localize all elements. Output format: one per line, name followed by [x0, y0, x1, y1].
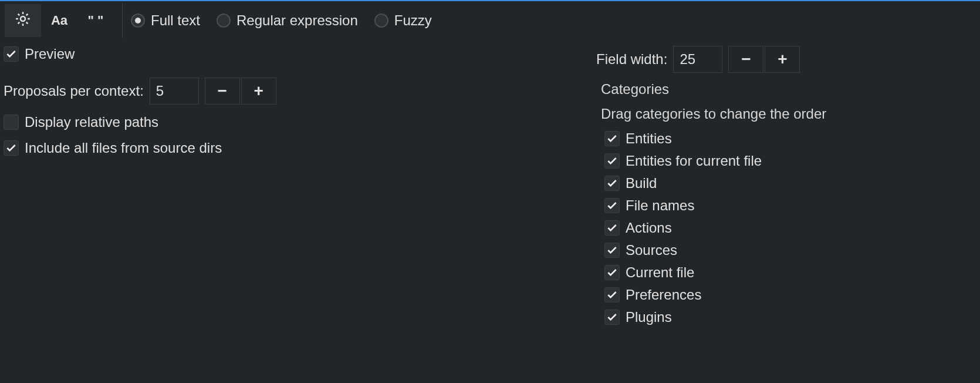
category-label: Preferences [626, 287, 701, 303]
category-checkbox[interactable] [604, 220, 620, 236]
tab-font[interactable]: Aa [41, 4, 77, 37]
preview-row: Preview [4, 46, 596, 62]
category-label: File names [626, 197, 694, 214]
plus-icon: + [778, 50, 787, 69]
category-label: Sources [626, 242, 677, 258]
category-row[interactable]: Plugins [604, 309, 980, 325]
minus-icon: − [218, 82, 227, 100]
radio-fulltext[interactable]: Full text [131, 12, 200, 29]
svg-point-0 [21, 16, 25, 21]
radio-indicator [374, 14, 388, 28]
category-row[interactable]: Actions [604, 220, 980, 236]
field-width-stepper: − + [728, 46, 800, 73]
proposals-stepper: − + [205, 78, 276, 105]
radio-indicator [217, 14, 231, 28]
field-width-label: Field width: [596, 51, 667, 68]
categories-title: Categories [601, 81, 980, 98]
category-checkbox[interactable] [604, 176, 620, 191]
quotes-icon: " " [88, 13, 104, 28]
category-label: Entities for current file [626, 153, 762, 169]
category-row[interactable]: Current file [604, 264, 980, 281]
category-label: Build [626, 175, 657, 192]
category-row[interactable]: Entities for current file [604, 153, 980, 169]
preview-checkbox[interactable] [4, 46, 19, 62]
category-checkbox[interactable] [604, 198, 620, 213]
plus-icon: + [254, 82, 263, 100]
relative-paths-label: Display relative paths [25, 114, 158, 130]
proposals-label: Proposals per context: [4, 83, 144, 99]
category-checkbox[interactable] [604, 153, 620, 169]
left-column: Preview Proposals per context: 5 − + Dis… [4, 46, 596, 325]
categories-hint: Drag categories to change the order [601, 106, 980, 122]
category-checkbox[interactable] [604, 310, 620, 325]
radio-regex-label: Regular expression [236, 12, 358, 29]
minus-icon: − [741, 50, 751, 69]
radio-indicator [131, 14, 145, 28]
aa-icon: Aa [51, 13, 67, 28]
relative-paths-checkbox[interactable] [4, 115, 19, 130]
field-width-decrement[interactable]: − [728, 46, 763, 73]
radio-regex[interactable]: Regular expression [217, 12, 358, 29]
proposals-input[interactable]: 5 [150, 78, 199, 105]
category-label: Plugins [626, 309, 672, 325]
category-row[interactable]: Build [604, 175, 980, 192]
proposals-decrement[interactable]: − [205, 78, 240, 105]
content: Preview Proposals per context: 5 − + Dis… [0, 40, 980, 325]
category-label: Current file [626, 264, 694, 281]
toolbar: Aa " " Full text Regular expression Fuzz… [0, 0, 980, 40]
category-row[interactable]: File names [604, 197, 980, 214]
categories-section: Categories Drag categories to change the… [596, 81, 980, 325]
category-row[interactable]: Preferences [604, 287, 980, 303]
category-label: Entities [626, 130, 672, 147]
field-width-row: Field width: 25 − + [596, 46, 980, 73]
field-width-increment[interactable]: + [765, 46, 800, 73]
proposals-row: Proposals per context: 5 − + [4, 78, 596, 105]
category-row[interactable]: Sources [604, 242, 980, 258]
include-all-label: Include all files from source dirs [25, 140, 222, 156]
radio-fuzzy[interactable]: Fuzzy [374, 12, 432, 29]
relative-paths-row: Display relative paths [4, 114, 596, 130]
category-checkbox[interactable] [604, 265, 620, 280]
right-column: Field width: 25 − + Categories Drag cate… [596, 46, 980, 325]
radio-fuzzy-label: Fuzzy [394, 12, 432, 29]
category-label: Actions [626, 220, 672, 236]
categories-list: EntitiesEntities for current fileBuildFi… [601, 130, 980, 325]
category-checkbox[interactable] [604, 131, 620, 146]
radio-fulltext-label: Full text [151, 12, 200, 29]
field-width-input[interactable]: 25 [673, 46, 722, 73]
include-all-checkbox[interactable] [4, 140, 19, 156]
category-checkbox[interactable] [604, 243, 620, 258]
tab-quotes[interactable]: " " [77, 4, 114, 37]
include-all-row: Include all files from source dirs [4, 140, 596, 156]
category-row[interactable]: Entities [604, 130, 980, 147]
tab-settings[interactable] [5, 4, 41, 37]
preview-label: Preview [25, 46, 75, 62]
gear-icon [14, 10, 32, 31]
match-mode-radios: Full text Regular expression Fuzzy [131, 12, 432, 29]
proposals-increment[interactable]: + [241, 78, 276, 105]
toolbar-divider [122, 3, 123, 38]
category-checkbox[interactable] [604, 287, 620, 303]
